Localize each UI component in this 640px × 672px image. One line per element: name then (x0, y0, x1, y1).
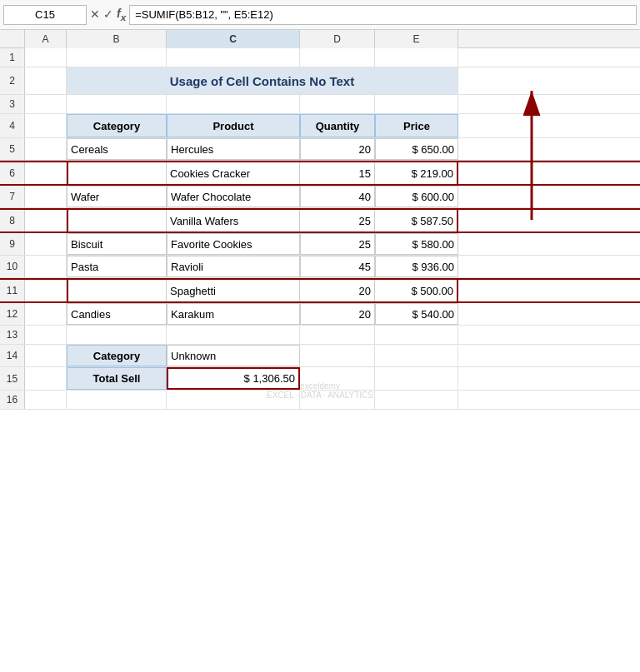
cell-a6[interactable] (25, 162, 67, 184)
cell-a4[interactable] (25, 114, 67, 137)
col-header-a[interactable]: A (25, 30, 67, 48)
cell-d16[interactable] (300, 391, 375, 409)
cell-reference-box[interactable]: C15 (3, 5, 87, 25)
title-cell[interactable]: Usage of Cell Contains No Text (67, 67, 458, 94)
cell-a13[interactable] (25, 326, 67, 344)
cell-a14[interactable] (25, 345, 67, 366)
cell-d3[interactable] (300, 95, 375, 113)
cell-b16[interactable] (67, 391, 167, 409)
cell-e9[interactable]: $ 580.00 (375, 233, 458, 255)
cell-c1[interactable] (167, 48, 300, 67)
cell-a16[interactable] (25, 391, 67, 409)
cell-b9[interactable]: Biscuit (67, 233, 167, 255)
function-icon[interactable]: fx (117, 7, 126, 22)
cell-d13[interactable] (300, 326, 375, 344)
cell-d6[interactable]: 15 (300, 162, 375, 184)
cell-c10[interactable]: Ravioli (167, 256, 300, 277)
cell-b10[interactable]: Pasta (67, 256, 167, 277)
summary-total-label[interactable]: Total Sell (67, 367, 167, 390)
cell-d15[interactable] (300, 367, 375, 390)
row-num-9: 9 (0, 233, 25, 255)
cell-d5[interactable]: 20 (300, 138, 375, 160)
summary-category-value[interactable]: Unknown (167, 345, 300, 366)
cell-d8[interactable]: 25 (300, 210, 375, 231)
cell-b8[interactable] (67, 210, 167, 231)
cell-a15[interactable] (25, 367, 67, 390)
row-7: 7 Wafer Wafer Chocolate 40 $ 600.00 (0, 186, 640, 208)
cell-c13[interactable] (167, 326, 300, 344)
cell-a7[interactable] (25, 186, 67, 207)
cell-a2[interactable] (25, 67, 67, 94)
cell-d12[interactable]: 20 (300, 303, 375, 325)
cell-e7[interactable]: $ 600.00 (375, 186, 458, 207)
cell-d14[interactable] (300, 345, 375, 366)
cell-e5[interactable]: $ 650.00 (375, 138, 458, 160)
col-header-e[interactable]: E (375, 30, 458, 48)
col-header-c[interactable]: C (167, 30, 300, 48)
cell-d11[interactable]: 20 (300, 280, 375, 301)
cell-a11[interactable] (25, 280, 67, 301)
cell-e11[interactable]: $ 500.00 (375, 280, 458, 301)
row-1: 1 (0, 48, 640, 67)
cell-a1[interactable] (25, 48, 67, 67)
cell-d1[interactable] (300, 48, 375, 67)
cancel-icon[interactable]: ✕ (90, 7, 100, 21)
cell-e15[interactable] (375, 367, 458, 390)
summary-total-value[interactable]: $ 1,306.50 (167, 367, 300, 390)
cell-b13[interactable] (67, 326, 167, 344)
cell-d7[interactable]: 40 (300, 186, 375, 207)
cell-c9[interactable]: Favorite Cookies (167, 233, 300, 255)
confirm-icon[interactable]: ✓ (103, 7, 113, 21)
cell-a3[interactable] (25, 95, 67, 113)
cell-a5[interactable] (25, 138, 67, 160)
row-10: 10 Pasta Ravioli 45 $ 936.00 (0, 256, 640, 278)
header-price[interactable]: Price (375, 114, 458, 137)
cell-b3[interactable] (67, 95, 167, 113)
header-product[interactable]: Product (167, 114, 300, 137)
summary-category-label[interactable]: Category (67, 345, 167, 366)
row-3: 3 (0, 95, 640, 114)
cell-e6[interactable]: $ 219.00 (375, 162, 458, 184)
cell-c8[interactable]: Vanilla Wafers (167, 210, 300, 231)
cell-b6[interactable] (67, 162, 167, 184)
cell-a8[interactable] (25, 210, 67, 231)
cell-d9[interactable]: 25 (300, 233, 375, 255)
cell-c3[interactable] (167, 95, 300, 113)
cell-a9[interactable] (25, 233, 67, 255)
cell-e14[interactable] (375, 345, 458, 366)
header-quantity[interactable]: Quantity (300, 114, 375, 137)
cell-e13[interactable] (375, 326, 458, 344)
cell-e3[interactable] (375, 95, 458, 113)
col-header-b[interactable]: B (67, 30, 167, 48)
cell-b1[interactable] (67, 48, 167, 67)
cell-b11[interactable] (67, 280, 167, 301)
cell-b7[interactable]: Wafer (67, 186, 167, 207)
row-num-10: 10 (0, 256, 25, 277)
row-num-4: 4 (0, 114, 25, 137)
row-4: 4 Category Product Quantity Price (0, 114, 640, 138)
cell-c16[interactable] (167, 391, 300, 409)
cell-c6[interactable]: Cookies Cracker (167, 162, 300, 184)
header-category[interactable]: Category (67, 114, 167, 137)
cell-d10[interactable]: 45 (300, 256, 375, 277)
col-header-d[interactable]: D (300, 30, 375, 48)
cell-b5[interactable]: Cereals (67, 138, 167, 160)
row-num-header (0, 30, 25, 47)
cell-e16[interactable] (375, 391, 458, 409)
cell-c5[interactable]: Hercules (167, 138, 300, 160)
row-15: 15 Total Sell $ 1,306.50 (0, 367, 640, 391)
row-11: 11 Spaghetti 20 $ 500.00 (0, 278, 640, 303)
cell-c12[interactable]: Karakum (167, 303, 300, 325)
cell-a12[interactable] (25, 303, 67, 325)
cell-a10[interactable] (25, 256, 67, 277)
cell-b12[interactable]: Candies (67, 303, 167, 325)
cell-e12[interactable]: $ 540.00 (375, 303, 458, 325)
cell-e10[interactable]: $ 936.00 (375, 256, 458, 277)
cell-c7[interactable]: Wafer Chocolate (167, 186, 300, 207)
row-6: 6 Cookies Cracker 15 $ 219.00 (0, 161, 640, 186)
cell-c11[interactable]: Spaghetti (167, 280, 300, 301)
row-num-3: 3 (0, 95, 25, 113)
cell-e1[interactable] (375, 48, 458, 67)
cell-e8[interactable]: $ 587.50 (375, 210, 458, 231)
formula-input[interactable]: =SUMIF(B5:B12, "", E5:E12) (129, 5, 637, 25)
